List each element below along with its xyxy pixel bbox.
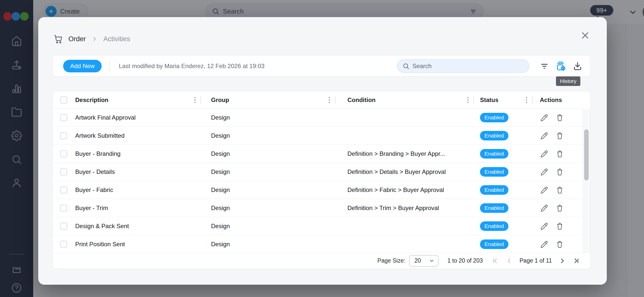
next-page-button[interactable] xyxy=(558,257,566,265)
row-checkbox[interactable] xyxy=(60,205,67,212)
pagination-bar: Page Size: 20 1 to 20 of 203 Page 1 of 1… xyxy=(53,253,590,269)
add-new-button[interactable]: Add New xyxy=(63,60,102,72)
column-header-condition[interactable]: Condition xyxy=(335,91,474,108)
column-menu-icon[interactable] xyxy=(526,96,528,104)
first-page-button[interactable] xyxy=(491,257,499,265)
column-header-status[interactable]: Status xyxy=(474,91,533,108)
cell-group: Design xyxy=(201,223,335,230)
row-checkbox[interactable] xyxy=(60,114,67,121)
edit-button[interactable] xyxy=(540,222,549,231)
edit-button[interactable] xyxy=(540,131,549,140)
page-size-select[interactable]: 20 xyxy=(409,255,438,267)
cell-group: Design xyxy=(201,150,335,157)
cell-actions xyxy=(533,167,583,176)
cell-status: Enabled xyxy=(474,203,533,213)
close-icon[interactable] xyxy=(578,28,592,42)
page-info: Page 1 of 11 xyxy=(519,257,552,264)
edit-button[interactable] xyxy=(540,149,549,158)
column-header-actions: Actions xyxy=(533,91,583,108)
status-badge: Enabled xyxy=(480,149,508,159)
table-search xyxy=(397,59,529,73)
history-icon[interactable] xyxy=(555,61,567,72)
row-checkbox[interactable] xyxy=(60,186,67,193)
cell-status: Enabled xyxy=(474,131,533,140)
edit-button[interactable] xyxy=(540,113,549,122)
table-row: Artwork Final Approval Design Enabled xyxy=(53,109,583,127)
cell-status: Enabled xyxy=(474,113,533,122)
cell-status: Enabled xyxy=(474,239,533,249)
status-badge: Enabled xyxy=(480,113,508,122)
delete-button[interactable] xyxy=(555,240,565,249)
cell-description: Buyer - Branding xyxy=(75,150,201,157)
column-menu-icon[interactable] xyxy=(328,96,330,104)
cell-group: Design xyxy=(201,132,335,139)
cell-condition: Definition > Details > Buyer Approval xyxy=(335,168,474,175)
cell-description: Buyer - Fabric xyxy=(75,186,201,193)
status-badge: Enabled xyxy=(480,167,508,177)
column-header-description[interactable]: Description xyxy=(75,91,201,108)
cell-status: Enabled xyxy=(474,221,533,231)
cell-status: Enabled xyxy=(474,185,533,195)
chevron-right-icon xyxy=(91,36,98,42)
table-row: Buyer - Details Design Definition > Deta… xyxy=(53,163,583,181)
table-header-row: Description Group Condition Status Actio… xyxy=(53,91,583,109)
table-row: Print Position Sent Design Enabled xyxy=(53,235,583,253)
breadcrumb: Order Activities xyxy=(53,33,130,45)
edit-button[interactable] xyxy=(540,167,549,176)
status-badge: Enabled xyxy=(480,131,508,140)
page-size-label: Page Size: xyxy=(377,257,405,264)
cell-actions xyxy=(533,204,583,213)
table-row: Buyer - Fabric Design Definition > Fabri… xyxy=(53,181,583,199)
delete-button[interactable] xyxy=(555,222,565,231)
column-menu-icon[interactable] xyxy=(467,96,469,104)
delete-button[interactable] xyxy=(555,185,565,194)
cell-condition: Definition > Branding > Buyer Appr... xyxy=(335,150,474,157)
status-badge: Enabled xyxy=(480,221,508,231)
download-icon[interactable] xyxy=(572,61,583,72)
cell-status: Enabled xyxy=(474,167,533,177)
history-tooltip: History xyxy=(556,76,580,86)
toolbar-divider xyxy=(109,61,110,72)
row-checkbox[interactable] xyxy=(60,223,67,230)
delete-button[interactable] xyxy=(555,149,565,158)
edit-button[interactable] xyxy=(540,185,549,194)
cart-icon xyxy=(53,34,63,44)
cell-description: Artwork Submitted xyxy=(75,132,201,139)
row-checkbox[interactable] xyxy=(60,241,67,248)
delete-button[interactable] xyxy=(555,131,565,140)
row-checkbox[interactable] xyxy=(60,150,67,157)
table-search-input[interactable] xyxy=(413,63,524,70)
status-badge: Enabled xyxy=(480,203,508,213)
cell-group: Design xyxy=(201,168,335,175)
activities-modal: Order Activities Add New Last modified b… xyxy=(38,17,607,285)
toolbar: Add New Last modified by Maria Enderez, … xyxy=(53,55,590,77)
cell-description: Buyer - Trim xyxy=(75,205,201,212)
cell-condition: Definition > Fabric > Buyer Approval xyxy=(335,186,474,193)
cell-description: Artwork Final Approval xyxy=(75,114,201,121)
cell-actions xyxy=(533,149,583,158)
search-icon xyxy=(403,62,410,70)
previous-page-button[interactable] xyxy=(505,257,513,265)
pagination-range: 1 to 20 of 203 xyxy=(448,257,483,264)
last-page-button[interactable] xyxy=(573,257,580,265)
delete-button[interactable] xyxy=(555,167,565,176)
breadcrumb-root[interactable]: Order xyxy=(68,35,86,43)
cell-group: Design xyxy=(201,241,335,248)
column-menu-icon[interactable] xyxy=(194,96,196,104)
cell-actions xyxy=(533,131,583,140)
cell-actions xyxy=(533,185,583,194)
row-checkbox[interactable] xyxy=(60,168,67,175)
table-row: Design & Pack Sent Design Enabled xyxy=(53,217,583,235)
delete-button[interactable] xyxy=(555,204,565,213)
scrollbar-thumb[interactable] xyxy=(584,129,589,180)
chevron-down-icon xyxy=(429,258,434,264)
select-all-checkbox[interactable] xyxy=(60,96,67,104)
filter-icon[interactable] xyxy=(539,61,550,72)
status-badge: Enabled xyxy=(480,185,508,195)
row-checkbox[interactable] xyxy=(60,132,67,139)
delete-button[interactable] xyxy=(555,113,565,122)
edit-button[interactable] xyxy=(540,204,549,213)
column-header-group[interactable]: Group xyxy=(201,91,335,108)
edit-button[interactable] xyxy=(540,240,549,249)
cell-group: Design xyxy=(201,186,335,193)
